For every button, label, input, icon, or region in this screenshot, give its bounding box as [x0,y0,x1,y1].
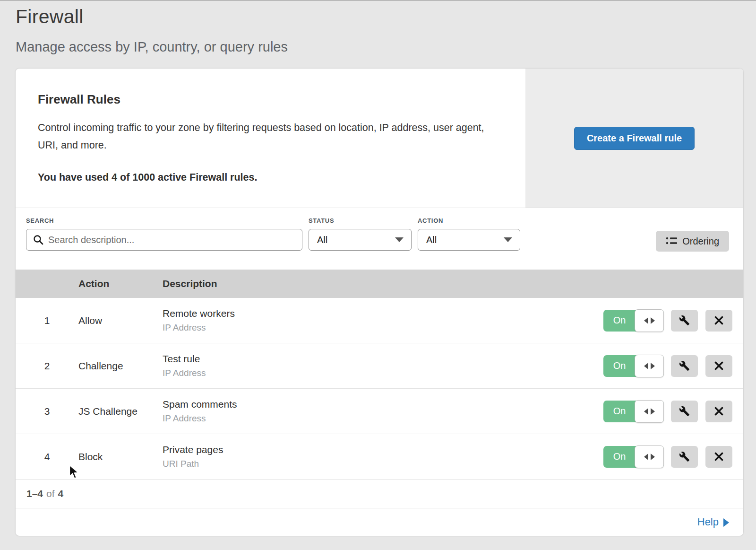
rules-usage-note: You have used 4 of 1000 active Firewall … [38,172,497,183]
create-firewall-rule-button[interactable]: Create a Firewall rule [574,127,695,150]
status-label: STATUS [309,217,412,224]
rule-description: Test rule [163,353,603,365]
rule-controls: On [603,401,743,422]
status-filter-group: STATUS All [309,217,412,270]
toggle-knob[interactable] [635,309,664,332]
toggle-on-label: On [603,355,636,377]
action-label: ACTION [418,217,520,224]
rule-enabled-toggle[interactable]: On [603,446,664,468]
ordering-button-label: Ordering [682,236,719,247]
action-filter-group: ACTION All [418,217,520,270]
wrench-icon [679,315,690,326]
delete-rule-button[interactable] [705,355,732,377]
rule-priority: 1 [16,315,78,326]
close-icon [714,361,724,371]
chevron-down-icon [504,237,512,242]
rule-enabled-toggle[interactable]: On [603,401,664,422]
toggle-knob[interactable] [635,355,664,377]
rule-action: Allow [78,315,163,326]
pagination-bar: 1–4 of 4 [16,480,743,508]
arrow-right-icon [651,408,655,415]
page-title: Firewall [16,6,756,28]
rule-enabled-toggle[interactable]: On [603,310,664,332]
status-selected-value: All [317,235,327,245]
edit-rule-button[interactable] [671,446,698,468]
table-header-row: Action Description [16,270,743,298]
help-link-label: Help [697,516,719,528]
rule-action: Block [78,451,163,463]
arrow-left-icon [644,408,648,415]
rule-priority: 2 [16,360,78,372]
search-input[interactable] [48,235,296,245]
rule-enabled-toggle[interactable]: On [603,355,664,377]
wrench-icon [679,451,690,462]
close-icon [714,406,724,416]
rule-action: JS Challenge [78,406,163,417]
create-rule-panel: Create a Firewall rule [525,69,743,208]
ordering-button[interactable]: Ordering [656,231,729,252]
page-subtitle: Manage access by IP, country, or query r… [16,39,756,55]
rule-description: Remote workers [163,308,603,319]
rules-intro-section: Firewall Rules Control incoming traffic … [16,69,743,208]
ordered-list-icon [666,236,677,246]
firewall-rules-card: Firewall Rules Control incoming traffic … [16,69,743,536]
status-select[interactable]: All [309,229,412,251]
arrow-left-icon [644,317,648,324]
pagination-range: 1–4 [26,488,43,499]
close-icon [714,452,724,462]
arrow-right-icon [651,363,655,369]
rule-description-cell: Spam comments IP Address [163,399,603,424]
close-icon [714,315,724,325]
rule-match-type: IP Address [163,323,603,333]
pagination-total: 4 [58,488,64,499]
delete-rule-button[interactable] [705,446,732,468]
table-row: 2 Challenge Test rule IP Address On [16,343,743,389]
rule-match-type: URI Path [163,459,603,469]
action-column-header: Action [78,278,163,289]
toggle-knob[interactable] [635,445,664,468]
arrow-left-icon [644,454,648,460]
page-header: Firewall Manage access by IP, country, o… [0,1,756,55]
rule-description-cell: Remote workers IP Address [163,308,603,333]
search-icon [33,235,43,245]
rule-controls: On [603,310,743,332]
edit-rule-button[interactable] [671,310,698,332]
wrench-icon [679,406,690,417]
description-column-header: Description [163,278,603,289]
wrench-icon [679,360,690,371]
rule-priority: 3 [16,406,78,417]
delete-rule-button[interactable] [705,310,732,332]
rule-action: Challenge [78,360,163,372]
rule-description-cell: Private pages URI Path [163,444,603,469]
rule-description: Spam comments [163,399,603,410]
arrow-right-icon [651,317,655,324]
arrow-right-icon [723,518,729,527]
action-select[interactable]: All [418,229,520,251]
search-box[interactable] [26,229,302,251]
action-selected-value: All [426,235,437,245]
rules-intro-text: Firewall Rules Control incoming traffic … [16,69,525,208]
rule-match-type: IP Address [163,413,603,424]
pagination-of-text: of [46,488,55,499]
arrow-right-icon [651,454,655,460]
help-link[interactable]: Help [697,516,729,528]
rule-description-cell: Test rule IP Address [163,353,603,378]
edit-rule-button[interactable] [671,401,698,422]
rule-controls: On [603,446,743,468]
search-label: SEARCH [26,217,302,224]
rule-match-type: IP Address [163,368,603,378]
toggle-on-label: On [603,310,636,332]
panel-description: Control incoming traffic to your zone by… [38,119,487,154]
arrow-left-icon [644,363,648,369]
rule-priority: 4 [16,451,78,463]
edit-rule-button[interactable] [671,355,698,377]
table-row: 1 Allow Remote workers IP Address On [16,298,743,343]
toggle-on-label: On [603,446,636,468]
toggle-on-label: On [603,401,636,422]
card-footer: Help [16,508,743,535]
table-row: 4 Block Private pages URI Path On [16,434,743,480]
toggle-knob[interactable] [635,400,664,423]
panel-title: Firewall Rules [38,92,497,107]
delete-rule-button[interactable] [705,401,732,422]
table-row: 3 JS Challenge Spam comments IP Address … [16,389,743,434]
